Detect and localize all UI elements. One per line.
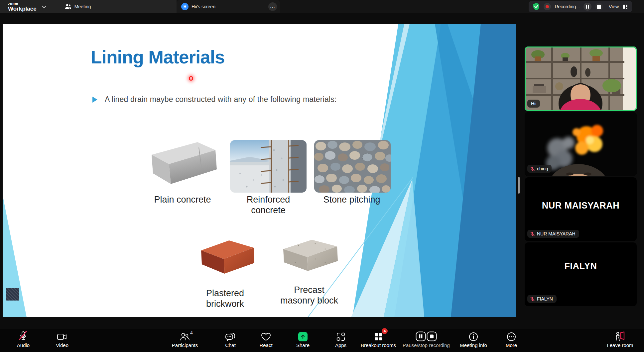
recording-dot-icon: [546, 5, 549, 8]
shared-screen-slide: Lining Materials A lined drain maybe con…: [3, 24, 516, 317]
top-bar: zoom Workplace Meeting H Hii's screen ..…: [0, 0, 644, 13]
participants-label: Participants: [158, 342, 211, 348]
participant-name-chip: Hii: [527, 100, 540, 108]
material-label: Plain concrete: [143, 195, 222, 205]
pause-stop-recording-button[interactable]: Pause/stop recording: [400, 330, 453, 348]
participant-name-chip: FIALYN: [527, 295, 557, 303]
tab-meeting[interactable]: Meeting: [65, 4, 91, 10]
participant-name: ching: [537, 166, 548, 171]
tile-nur-maisyarah[interactable]: NUR MAISYARAH NUR MAISYARAH: [525, 177, 637, 241]
tab-meeting-label: Meeting: [74, 4, 91, 9]
people-icon: [65, 4, 71, 10]
material-label: Stone pitching: [312, 195, 392, 205]
breakout-rooms-button[interactable]: 4 Breakout rooms: [352, 330, 405, 348]
precast-block-image: [279, 236, 340, 272]
material-label: Reinforced concrete: [239, 195, 298, 216]
participant-name: Hii: [531, 101, 536, 106]
reinforced-concrete-image: [230, 140, 307, 193]
participant-big-name: FIALYN: [525, 261, 637, 271]
screen-share-avatar: H: [181, 3, 189, 10]
workplace-logo-text: Workplace: [8, 6, 37, 12]
topbar-status-controls: Recording... View: [529, 1, 632, 12]
slide-bullet-row: A lined drain maybe constructed with any…: [92, 95, 337, 104]
breakout-rooms-icon: [374, 332, 383, 341]
video-camera-icon: [57, 333, 67, 341]
pause-stop-icons: [416, 331, 437, 341]
stop-recording-button[interactable]: [595, 3, 603, 11]
slide-title: Lining Materials: [91, 46, 225, 68]
pause-icon: [586, 5, 587, 9]
recording-label: Recording...: [555, 4, 580, 9]
security-shield-icon[interactable]: [533, 3, 540, 11]
panel-resize-handle[interactable]: [518, 177, 520, 194]
plain-concrete-image: [149, 137, 217, 193]
more-button[interactable]: More: [485, 330, 538, 348]
main-area: Lining Materials A lined drain maybe con…: [0, 13, 644, 329]
participants-count: 4: [190, 330, 193, 335]
video-button[interactable]: Video: [36, 330, 89, 348]
tile-fialyn[interactable]: FIALYN FIALYN: [525, 242, 637, 306]
participants-icon: [180, 332, 190, 341]
leave-room-button[interactable]: Leave room: [593, 330, 644, 348]
heart-icon: [261, 332, 271, 341]
participant-name: FIALYN: [537, 296, 553, 302]
pause-stop-recording-label: Pause/stop recording: [400, 342, 453, 348]
ellipsis-icon: ...: [270, 3, 275, 9]
participant-name-chip: NUR MAISYARAH: [527, 230, 579, 238]
video-label: Video: [36, 342, 89, 348]
view-button[interactable]: View: [609, 4, 619, 9]
apps-icon: [336, 332, 345, 341]
share-screen-icon: [298, 332, 308, 341]
breakout-rooms-label: Breakout rooms: [352, 342, 405, 348]
stop-icon: [597, 5, 601, 9]
participant-big-name: NUR MAISYARAH: [525, 201, 637, 211]
participant-name-chip: ching: [527, 165, 552, 173]
recording-indicator: [544, 3, 551, 10]
material-label: Precast masonry block: [279, 285, 339, 306]
muted-mic-icon: [530, 297, 535, 302]
muted-mic-icon: [530, 231, 535, 236]
laser-pointer-dot: [189, 76, 193, 81]
video-tile-ching[interactable]: ching: [525, 112, 637, 176]
slide-bullet-text: A lined drain maybe constructed with any…: [105, 95, 337, 104]
hii-video-feed: [525, 46, 637, 111]
leave-room-label: Leave room: [593, 342, 644, 348]
pause-recording-button[interactable]: [583, 3, 591, 11]
leave-room-icon: [614, 331, 626, 341]
mic-muted-icon: [18, 331, 28, 341]
more-icon: [507, 332, 516, 341]
participant-name: NUR MAISYARAH: [537, 231, 576, 236]
view-layout-icon[interactable]: [622, 4, 628, 9]
stone-pitching-image: [314, 140, 391, 193]
workspace-dropdown-chevron-icon[interactable]: [42, 4, 46, 8]
bullet-triangle-icon: [92, 97, 97, 103]
slide-corner-ornament: [6, 288, 19, 301]
plastered-brickwork-image: [196, 236, 256, 275]
tab-hiis-screen[interactable]: H Hii's screen ...: [177, 0, 280, 13]
more-label: More: [485, 342, 538, 348]
zoom-logo-text: zoom: [8, 2, 37, 6]
zoom-workplace-logo: zoom Workplace: [8, 2, 37, 12]
muted-mic-icon: [530, 166, 535, 171]
participants-button[interactable]: 4 Participants: [158, 330, 211, 348]
material-label: Plastered brickwork: [197, 288, 253, 309]
tab-hiis-screen-label: Hii's screen: [192, 4, 215, 9]
info-icon: [469, 332, 478, 341]
topbar-left-section: zoom Workplace Meeting: [0, 0, 177, 13]
tab-options-button[interactable]: ...: [268, 2, 277, 11]
chat-icon: [225, 332, 236, 341]
video-tile-hii[interactable]: Hii: [525, 46, 637, 111]
meeting-toolbar: Audio Video 4 Participants: [0, 329, 644, 352]
breakout-rooms-badge: 4: [382, 328, 388, 334]
